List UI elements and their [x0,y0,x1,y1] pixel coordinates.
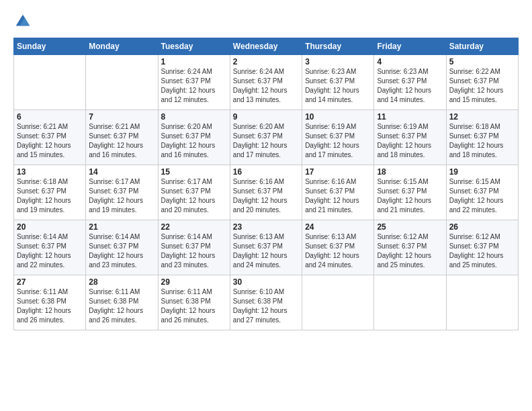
day-number: 24 [305,222,371,232]
day-cell-22: 22Sunrise: 6:14 AMSunset: 6:37 PMDayligh… [158,220,230,275]
day-cell-23: 23Sunrise: 6:13 AMSunset: 6:37 PMDayligh… [230,220,302,275]
day-cell-16: 16Sunrise: 6:16 AMSunset: 6:37 PMDayligh… [230,165,302,220]
day-info: Sunrise: 6:10 AMSunset: 6:38 PMDaylight:… [233,287,299,325]
day-number: 30 [233,277,299,287]
day-cell-20: 20Sunrise: 6:14 AMSunset: 6:37 PMDayligh… [14,220,86,275]
day-cell-21: 21Sunrise: 6:14 AMSunset: 6:37 PMDayligh… [86,220,158,275]
day-cell-26: 26Sunrise: 6:12 AMSunset: 6:37 PMDayligh… [446,220,518,275]
header-saturday: Saturday [446,38,518,55]
empty-cell [86,55,158,110]
header-friday: Friday [374,38,446,55]
day-info: Sunrise: 6:15 AMSunset: 6:37 PMDaylight:… [449,177,515,215]
day-cell-5: 5Sunrise: 6:22 AMSunset: 6:37 PMDaylight… [446,55,518,110]
day-cell-17: 17Sunrise: 6:16 AMSunset: 6:37 PMDayligh… [302,165,374,220]
day-number: 12 [449,112,515,122]
day-info: Sunrise: 6:13 AMSunset: 6:37 PMDaylight:… [305,232,371,270]
calendar-table: SundayMondayTuesdayWednesdayThursdayFrid… [13,38,519,330]
day-number: 20 [17,222,83,232]
day-info: Sunrise: 6:12 AMSunset: 6:37 PMDaylight:… [449,232,515,270]
header-monday: Monday [86,38,158,55]
calendar-header-row: SundayMondayTuesdayWednesdayThursdayFrid… [14,38,519,55]
empty-cell [374,275,446,330]
day-cell-2: 2Sunrise: 6:24 AMSunset: 6:37 PMDaylight… [230,55,302,110]
logo-icon [13,12,32,31]
day-cell-1: 1Sunrise: 6:24 AMSunset: 6:37 PMDaylight… [158,55,230,110]
day-info: Sunrise: 6:18 AMSunset: 6:37 PMDaylight:… [17,177,83,215]
day-info: Sunrise: 6:23 AMSunset: 6:37 PMDaylight:… [305,67,371,105]
day-number: 27 [17,277,83,287]
day-number: 29 [161,277,227,287]
day-info: Sunrise: 6:22 AMSunset: 6:37 PMDaylight:… [449,67,515,105]
week-row-4: 27Sunrise: 6:11 AMSunset: 6:38 PMDayligh… [14,275,519,330]
day-cell-18: 18Sunrise: 6:15 AMSunset: 6:37 PMDayligh… [374,165,446,220]
day-info: Sunrise: 6:21 AMSunset: 6:37 PMDaylight:… [17,122,83,160]
day-info: Sunrise: 6:16 AMSunset: 6:37 PMDaylight:… [305,177,371,215]
day-number: 21 [89,222,154,232]
day-cell-6: 6Sunrise: 6:21 AMSunset: 6:37 PMDaylight… [14,110,86,165]
header-thursday: Thursday [302,38,374,55]
header [13,12,519,31]
day-cell-12: 12Sunrise: 6:18 AMSunset: 6:37 PMDayligh… [446,110,518,165]
day-cell-25: 25Sunrise: 6:12 AMSunset: 6:37 PMDayligh… [374,220,446,275]
day-info: Sunrise: 6:14 AMSunset: 6:37 PMDaylight:… [161,232,227,270]
day-cell-27: 27Sunrise: 6:11 AMSunset: 6:38 PMDayligh… [14,275,86,330]
day-number: 19 [449,167,515,177]
header-sunday: Sunday [14,38,86,55]
day-cell-15: 15Sunrise: 6:17 AMSunset: 6:37 PMDayligh… [158,165,230,220]
day-number: 14 [89,167,154,177]
day-cell-4: 4Sunrise: 6:23 AMSunset: 6:37 PMDaylight… [374,55,446,110]
day-number: 5 [449,57,515,66]
day-number: 6 [17,112,83,122]
day-info: Sunrise: 6:16 AMSunset: 6:37 PMDaylight:… [233,177,299,215]
header-tuesday: Tuesday [158,38,230,55]
day-info: Sunrise: 6:20 AMSunset: 6:37 PMDaylight:… [233,122,299,160]
day-cell-30: 30Sunrise: 6:10 AMSunset: 6:38 PMDayligh… [230,275,302,330]
day-number: 15 [161,167,227,177]
day-info: Sunrise: 6:19 AMSunset: 6:37 PMDaylight:… [377,122,443,160]
day-info: Sunrise: 6:23 AMSunset: 6:37 PMDaylight:… [377,67,443,105]
day-cell-10: 10Sunrise: 6:19 AMSunset: 6:37 PMDayligh… [302,110,374,165]
week-row-0: 1Sunrise: 6:24 AMSunset: 6:37 PMDaylight… [14,55,519,110]
day-cell-9: 9Sunrise: 6:20 AMSunset: 6:37 PMDaylight… [230,110,302,165]
day-cell-11: 11Sunrise: 6:19 AMSunset: 6:37 PMDayligh… [374,110,446,165]
day-number: 8 [161,112,227,122]
empty-cell [446,275,518,330]
day-cell-24: 24Sunrise: 6:13 AMSunset: 6:37 PMDayligh… [302,220,374,275]
page: SundayMondayTuesdayWednesdayThursdayFrid… [0,0,532,411]
empty-cell [14,55,86,110]
day-cell-14: 14Sunrise: 6:17 AMSunset: 6:37 PMDayligh… [86,165,158,220]
day-number: 7 [89,112,154,122]
day-number: 25 [377,222,443,232]
day-number: 28 [89,277,154,287]
day-info: Sunrise: 6:19 AMSunset: 6:37 PMDaylight:… [305,122,371,160]
week-row-3: 20Sunrise: 6:14 AMSunset: 6:37 PMDayligh… [14,220,519,275]
day-info: Sunrise: 6:12 AMSunset: 6:37 PMDaylight:… [377,232,443,270]
day-number: 1 [161,57,227,66]
day-info: Sunrise: 6:14 AMSunset: 6:37 PMDaylight:… [17,232,83,270]
day-info: Sunrise: 6:21 AMSunset: 6:37 PMDaylight:… [89,122,154,160]
day-number: 4 [377,57,443,66]
empty-cell [302,275,374,330]
day-info: Sunrise: 6:15 AMSunset: 6:37 PMDaylight:… [377,177,443,215]
day-info: Sunrise: 6:18 AMSunset: 6:37 PMDaylight:… [449,122,515,160]
day-info: Sunrise: 6:11 AMSunset: 6:38 PMDaylight:… [89,287,154,325]
day-number: 23 [233,222,299,232]
header-wednesday: Wednesday [230,38,302,55]
day-info: Sunrise: 6:24 AMSunset: 6:37 PMDaylight:… [161,67,227,105]
day-number: 9 [233,112,299,122]
day-number: 26 [449,222,515,232]
week-row-1: 6Sunrise: 6:21 AMSunset: 6:37 PMDaylight… [14,110,519,165]
day-number: 22 [161,222,227,232]
day-info: Sunrise: 6:17 AMSunset: 6:37 PMDaylight:… [161,177,227,215]
day-number: 11 [377,112,443,122]
day-number: 16 [233,167,299,177]
day-number: 10 [305,112,371,122]
day-number: 3 [305,57,371,66]
day-cell-28: 28Sunrise: 6:11 AMSunset: 6:38 PMDayligh… [86,275,158,330]
day-info: Sunrise: 6:13 AMSunset: 6:37 PMDaylight:… [233,232,299,270]
week-row-2: 13Sunrise: 6:18 AMSunset: 6:37 PMDayligh… [14,165,519,220]
day-info: Sunrise: 6:14 AMSunset: 6:37 PMDaylight:… [89,232,154,270]
day-number: 2 [233,57,299,66]
day-info: Sunrise: 6:20 AMSunset: 6:37 PMDaylight:… [161,122,227,160]
day-number: 17 [305,167,371,177]
